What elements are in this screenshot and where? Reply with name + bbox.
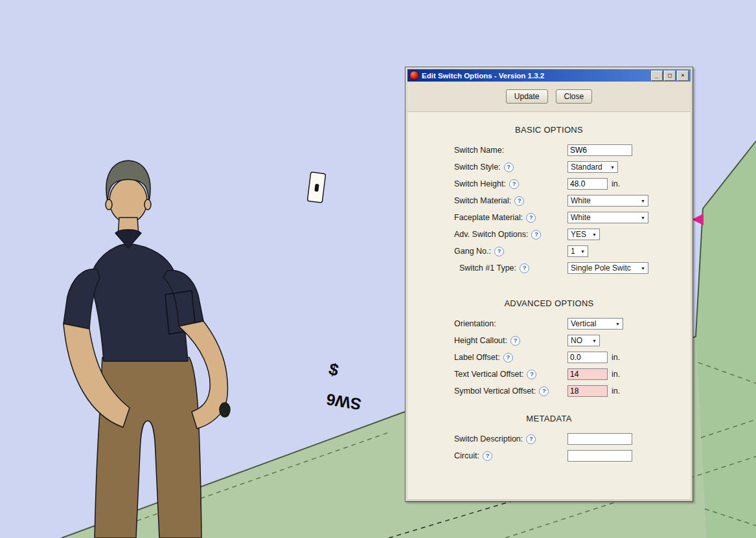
select-value: Vertical [571, 319, 596, 328]
help-icon[interactable]: ? [509, 179, 519, 189]
form-row-switch-name: Switch Name: [407, 142, 691, 159]
unit-label: in. [612, 179, 620, 188]
update-button[interactable]: Update [506, 89, 548, 104]
unit-label: in. [612, 353, 620, 362]
dialog-title: Edit Switch Options - Version 1.3.2 [422, 72, 648, 80]
help-icon[interactable]: ? [520, 263, 529, 273]
unit-label: in. [612, 387, 620, 396]
symbol-vertical-offset-input[interactable] [567, 385, 608, 397]
person-watch [220, 403, 230, 417]
orientation-select[interactable]: Vertical ▼ [567, 318, 623, 330]
form-row-circuit: Circuit: ? [407, 447, 691, 464]
help-icon[interactable]: ? [514, 196, 524, 206]
form-row-adv-switch-options: Adv. Switch Options: ? YES ▼ [407, 226, 691, 243]
faceplate-material-select[interactable]: White ▼ [567, 212, 648, 223]
dialog-toolbar: Update Close [407, 82, 691, 112]
section-heading-advanced: ADVANCED OPTIONS [407, 298, 691, 309]
field-label: Switch #1 Type: [459, 263, 516, 273]
height-callout-select[interactable]: NO ▼ [567, 335, 600, 346]
chevron-down-icon: ▼ [641, 199, 645, 203]
select-value: NO [571, 336, 582, 345]
select-value: 1 [571, 247, 575, 256]
unit-label: in. [612, 370, 620, 379]
field-label: Switch Material: [454, 196, 511, 205]
field-label: Switch Description: [454, 434, 523, 443]
right-wall-plane [696, 141, 756, 538]
chevron-down-icon: ▼ [580, 249, 585, 254]
form-row-switch-height: Switch Height: ? in. [407, 175, 691, 192]
gang-no-select[interactable]: 1 ▼ [567, 245, 588, 257]
chevron-down-icon: ▼ [615, 322, 620, 326]
form-row-faceplate-material: Faceplate Material: ? White ▼ [407, 209, 691, 226]
select-value: Single Pole Switc [571, 263, 631, 273]
maximize-button[interactable]: □ [664, 71, 676, 81]
form-row-switch-style: Switch Style: ? Standard ▼ [407, 159, 691, 175]
help-icon[interactable]: ? [526, 434, 536, 444]
help-icon[interactable]: ? [483, 451, 492, 461]
section-heading-basic: BASIC OPTIONS [407, 125, 691, 135]
switch-material-select[interactable]: White ▼ [567, 195, 648, 207]
field-label: Text Vertical Offset: [454, 370, 523, 379]
chevron-down-icon: ▼ [641, 216, 645, 220]
chevron-down-icon: ▼ [592, 339, 597, 343]
field-label: Faceplate Material: [454, 213, 523, 222]
switch-description-input[interactable] [567, 433, 632, 445]
switch-symbol-annotation: $ [327, 359, 341, 380]
form-row-text-vertical-offset: Text Vertical Offset: ? in. [407, 366, 691, 383]
form-row-switch1-type: Switch #1 Type: ? Single Pole Switc ▼ [407, 260, 691, 276]
form-row-symbol-vertical-offset: Symbol Vertical Offset: ? in. [407, 383, 691, 399]
circuit-input[interactable] [567, 450, 632, 462]
help-icon[interactable]: ? [531, 230, 541, 240]
field-label: Switch Style: [454, 163, 501, 172]
form-row-gang-no: Gang No.: ? 1 ▼ [407, 243, 691, 260]
text-vertical-offset-input[interactable] [567, 368, 608, 380]
field-label: Symbol Vertical Offset: [454, 387, 536, 396]
field-label: Label Offset: [454, 353, 500, 362]
field-label: Circuit: [454, 451, 479, 460]
switch1-type-select[interactable]: Single Pole Switc ▼ [567, 262, 648, 274]
help-icon[interactable]: ? [527, 370, 536, 379]
window-controls: _ □ × [651, 71, 689, 81]
light-switch-component[interactable] [307, 172, 325, 203]
switch-name-input[interactable] [567, 144, 632, 156]
person-figure[interactable] [63, 161, 230, 538]
field-label: Gang No.: [454, 247, 491, 256]
select-value: White [571, 213, 591, 222]
person-ear [106, 199, 112, 210]
minimize-button[interactable]: _ [651, 71, 663, 81]
axis-arrow [692, 214, 704, 225]
select-value: YES [571, 230, 586, 239]
dialog-titlebar[interactable]: Edit Switch Options - Version 1.3.2 _ □ … [407, 69, 691, 82]
field-label: Switch Height: [454, 179, 506, 188]
switch-height-input[interactable] [567, 178, 608, 190]
help-icon[interactable]: ? [510, 336, 520, 346]
help-icon[interactable]: ? [494, 247, 504, 256]
form-row-switch-material: Switch Material: ? White ▼ [407, 192, 691, 209]
close-window-button[interactable]: × [677, 71, 689, 81]
label-offset-input[interactable] [567, 352, 608, 363]
section-heading-metadata: METADATA [407, 414, 691, 424]
person-shirt [89, 243, 188, 361]
help-icon[interactable]: ? [504, 163, 514, 172]
field-label: Adv. Switch Options: [454, 230, 528, 239]
help-icon[interactable]: ? [503, 353, 513, 363]
edit-switch-options-dialog: Edit Switch Options - Version 1.3.2 _ □ … [405, 67, 693, 502]
help-icon[interactable]: ? [539, 387, 549, 396]
switch-style-select[interactable]: Standard ▼ [567, 161, 618, 173]
form-row-label-offset: Label Offset: ? in. [407, 349, 691, 366]
field-label: Switch Name: [454, 146, 504, 155]
select-value: Standard [571, 163, 602, 172]
form-row-height-callout: Height Callout: ? NO ▼ [407, 332, 691, 349]
switch-name-annotation: SW6 [325, 390, 363, 414]
person-face [109, 179, 147, 223]
help-icon[interactable]: ? [526, 213, 536, 223]
close-button[interactable]: Close [556, 89, 593, 104]
adv-switch-options-select[interactable]: YES ▼ [567, 229, 600, 240]
field-label: Orientation: [454, 319, 496, 328]
chevron-down-icon: ▼ [641, 266, 645, 271]
dialog-icon [409, 71, 419, 80]
select-value: White [571, 196, 591, 205]
chevron-down-icon: ▼ [610, 165, 615, 170]
form-row-switch-description: Switch Description: ? [407, 431, 691, 447]
dialog-content: BASIC OPTIONS Switch Name: Switch Style:… [407, 112, 691, 499]
